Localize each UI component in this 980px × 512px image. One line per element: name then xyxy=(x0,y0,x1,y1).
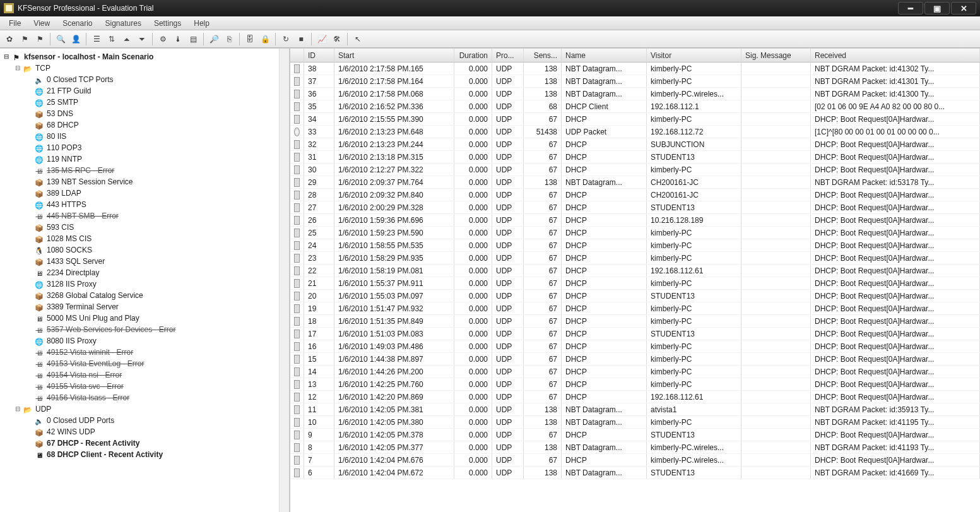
tree-tcp-49153[interactable]: 🖥49153 Vista EventLog - Error xyxy=(3,358,288,369)
tree-tcp-21[interactable]: 🌐21 FTP Guild xyxy=(3,85,288,97)
tree-tcp-1028[interactable]: 📦1028 MS CIS xyxy=(3,233,288,244)
event-row[interactable]: 91/6/2010 1:42:05 PM.3780.000UDP67DHCPST… xyxy=(290,429,980,441)
tool-filter1-icon[interactable]: ⇅ xyxy=(105,32,119,46)
col-duration[interactable]: Duration xyxy=(454,49,492,62)
event-row[interactable]: 381/6/2010 2:17:58 PM.1650.000UDP138NBT … xyxy=(290,63,980,75)
tree-tcp-0[interactable]: 🔈0 Closed TCP Ports xyxy=(3,74,288,85)
col-name[interactable]: Name xyxy=(562,49,647,62)
tree-tcp-80[interactable]: 🌐80 IIS xyxy=(3,131,288,142)
tool-copy-icon[interactable]: ⎘ xyxy=(222,32,236,46)
event-row[interactable]: 211/6/2010 1:55:37 PM.9110.000UDP67DHCPk… xyxy=(290,277,980,290)
tool-icon-2[interactable]: ⚑ xyxy=(18,32,32,46)
tool-icon-3[interactable]: ⚑ xyxy=(33,32,47,46)
event-row[interactable]: 161/6/2010 1:49:03 PM.4860.000UDP67DHCPk… xyxy=(290,340,980,353)
menu-help[interactable]: Help xyxy=(187,19,216,28)
event-row[interactable]: 261/6/2010 1:59:36 PM.6960.000UDP67DHCP1… xyxy=(290,214,980,227)
col-received[interactable]: Received xyxy=(811,49,980,62)
tree-pane[interactable]: ⊟⚑kfsensor - localhost - Main Scenario⊟📂… xyxy=(0,49,290,512)
tool-config-icon[interactable]: ⚙ xyxy=(156,32,170,46)
tree-tcp-3268[interactable]: 📦3268 Global Catalog Service xyxy=(3,290,288,301)
event-row[interactable]: 181/6/2010 1:51:35 PM.8490.000UDP67DHCPk… xyxy=(290,315,980,328)
tool-lock-icon[interactable]: 🔒 xyxy=(258,32,272,46)
event-row[interactable]: 301/6/2010 2:12:27 PM.3220.000UDP67DHCPk… xyxy=(290,164,980,176)
tree-tcp-49156[interactable]: 🖥49156 Vista lsass - Error xyxy=(3,392,288,403)
event-row[interactable]: 241/6/2010 1:58:55 PM.5350.000UDP67DHCPk… xyxy=(290,239,980,252)
tree-tcp-1433[interactable]: 📦1433 SQL Server xyxy=(3,256,288,267)
tree-tcp-49152[interactable]: 🖥49152 Vista wininit - Error xyxy=(3,347,288,358)
col-icon[interactable] xyxy=(290,49,304,62)
event-row[interactable]: 271/6/2010 2:00:29 PM.3280.000UDP67DHCPS… xyxy=(290,201,980,214)
tree-udp[interactable]: ⊟📂UDP xyxy=(3,403,288,415)
event-row[interactable]: 171/6/2010 1:51:03 PM.0830.000UDP67DHCPS… xyxy=(290,328,980,340)
col-sensor[interactable]: Sens... xyxy=(524,49,562,62)
tree-scrollbar[interactable] xyxy=(279,49,289,512)
tree-tcp-135[interactable]: 🖥135 MS RPC - Error xyxy=(3,165,288,176)
tool-find-icon[interactable]: 🔎 xyxy=(207,32,221,46)
tree-tcp-68[interactable]: 📦68 DHCP xyxy=(3,119,288,131)
tree-tcp-2234[interactable]: 🖥2234 Directplay xyxy=(3,267,288,278)
tree-tcp-49154[interactable]: 🖥49154 Vista nsi - Error xyxy=(3,369,288,381)
col-sig[interactable]: Sig. Message xyxy=(741,49,811,62)
tree-tcp-443[interactable]: 🌐443 HTTPS xyxy=(3,199,288,210)
tree-tcp-110[interactable]: 🌐110 POP3 xyxy=(3,142,288,153)
event-row[interactable]: 151/6/2010 1:44:38 PM.8970.000UDP67DHCPk… xyxy=(290,353,980,366)
close-button[interactable]: ✕ xyxy=(951,2,976,15)
tree-tcp-139[interactable]: 📦139 NBT Session Service xyxy=(3,176,288,188)
tool-filter2-icon[interactable]: ⏶ xyxy=(120,32,134,46)
events-body[interactable]: 381/6/2010 2:17:58 PM.1650.000UDP138NBT … xyxy=(290,63,980,512)
event-row[interactable]: 231/6/2010 1:58:29 PM.9350.000UDP67DHCPk… xyxy=(290,252,980,265)
tree-tcp-445[interactable]: 🖥445 NBT SMB - Error xyxy=(3,210,288,222)
menu-scenario[interactable]: Scenario xyxy=(56,19,98,28)
event-row[interactable]: 111/6/2010 1:42:05 PM.3810.000UDP138NBT … xyxy=(290,403,980,416)
event-row[interactable]: 331/6/2010 2:13:23 PM.6480.000UDP51438UD… xyxy=(290,126,980,138)
event-row[interactable]: 101/6/2010 1:42:05 PM.3800.000UDP138NBT … xyxy=(290,416,980,429)
tree-udp-0[interactable]: 🔈0 Closed UDP Ports xyxy=(3,415,288,426)
tool-doc-icon[interactable]: ▤ xyxy=(186,32,200,46)
tree-tcp-389[interactable]: 📦389 LDAP xyxy=(3,188,288,199)
event-row[interactable]: 311/6/2010 2:13:18 PM.3150.000UDP67DHCPS… xyxy=(290,151,980,164)
tool-search-icon[interactable]: 🔍 xyxy=(54,32,68,46)
tree-tcp-1080[interactable]: 🐧1080 SOCKS xyxy=(3,244,288,256)
tool-filter3-icon[interactable]: ⏷ xyxy=(135,32,149,46)
event-row[interactable]: 221/6/2010 1:58:19 PM.0810.000UDP67DHCP1… xyxy=(290,265,980,277)
tool-chart-icon[interactable]: 📈 xyxy=(315,32,329,46)
tree-tcp-8080[interactable]: 🌐8080 IIS Proxy xyxy=(3,335,288,347)
tree-udp-67[interactable]: 📦67 DHCP - Recent Activity xyxy=(3,438,288,449)
tree-tcp-3389[interactable]: 📦3389 Terminal Server xyxy=(3,301,288,313)
tool-list-icon[interactable]: ☰ xyxy=(90,32,103,46)
menu-file[interactable]: File xyxy=(3,19,27,28)
col-protocol[interactable]: Pro... xyxy=(492,49,524,62)
tool-pointer-icon[interactable]: ↖ xyxy=(351,32,365,46)
event-row[interactable]: 341/6/2010 2:15:55 PM.3900.000UDP67DHCPk… xyxy=(290,113,980,126)
tree-udp-68[interactable]: 🖥68 DHCP Client - Recent Activity xyxy=(3,449,288,460)
col-visitor[interactable]: Visitor xyxy=(647,49,741,62)
event-row[interactable]: 81/6/2010 1:42:05 PM.3770.000UDP138NBT D… xyxy=(290,441,980,454)
tree-tcp[interactable]: ⊟📂TCP xyxy=(3,63,288,74)
tree-tcp-593[interactable]: 📦593 CIS xyxy=(3,222,288,233)
tree-tcp-5000[interactable]: 🖥5000 MS Uni Plug and Play xyxy=(3,313,288,324)
maximize-button[interactable]: ▣ xyxy=(924,2,950,15)
col-id[interactable]: ID xyxy=(304,49,334,62)
tree-tcp-5357[interactable]: 🖥5357 Web Services for Devices - Error xyxy=(3,324,288,335)
event-row[interactable]: 291/6/2010 2:09:37 PM.7640.000UDP138NBT … xyxy=(290,176,980,189)
event-row[interactable]: 361/6/2010 2:17:58 PM.0680.000UDP138NBT … xyxy=(290,88,980,100)
event-row[interactable]: 371/6/2010 2:17:58 PM.1640.000UDP138NBT … xyxy=(290,75,980,88)
event-row[interactable]: 141/6/2010 1:44:26 PM.2000.000UDP67DHCPk… xyxy=(290,366,980,378)
tool-temp-icon[interactable]: 🌡 xyxy=(171,32,185,46)
menu-signatures[interactable]: Signatures xyxy=(99,19,148,28)
tool-icon-1[interactable]: ✿ xyxy=(3,32,16,46)
tree-tcp-3128[interactable]: 🌐3128 IIS Proxy xyxy=(3,278,288,290)
tool-stop-icon[interactable]: ■ xyxy=(294,32,308,46)
tool-tools-icon[interactable]: 🛠 xyxy=(330,32,344,46)
tool-user-icon[interactable]: 👤 xyxy=(69,32,83,46)
tool-db-icon[interactable]: 🗄 xyxy=(243,32,257,46)
event-row[interactable]: 251/6/2010 1:59:23 PM.5900.000UDP67DHCPk… xyxy=(290,227,980,239)
tree-tcp-25[interactable]: 🌐25 SMTP xyxy=(3,97,288,108)
event-row[interactable]: 131/6/2010 1:42:25 PM.7600.000UDP67DHCPk… xyxy=(290,378,980,391)
event-row[interactable]: 191/6/2010 1:51:47 PM.9320.000UDP67DHCPk… xyxy=(290,302,980,315)
event-row[interactable]: 121/6/2010 1:42:20 PM.8690.000UDP67DHCP1… xyxy=(290,391,980,403)
col-start[interactable]: Start xyxy=(334,49,454,62)
event-row[interactable]: 71/6/2010 1:42:04 PM.6760.000UDP67DHCPki… xyxy=(290,454,980,467)
event-row[interactable]: 321/6/2010 2:13:23 PM.2440.000UDP67DHCPS… xyxy=(290,138,980,151)
minimize-button[interactable]: ━ xyxy=(898,2,923,15)
